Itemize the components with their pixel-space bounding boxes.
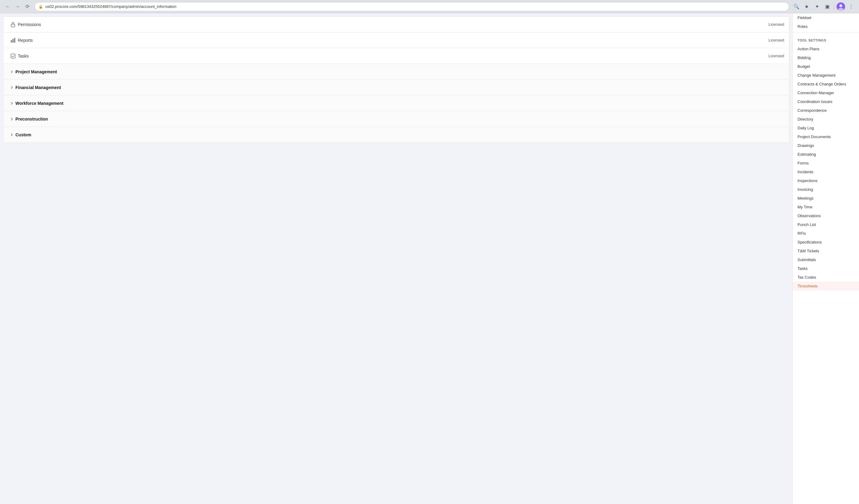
custom-label: Custom [15,132,784,137]
browser-actions: 🔍 ★ ✦ ▣ ⋮ [792,2,855,11]
browser-chrome: ← → ⟳ 🔒 us02.procore.com/598134325524667… [0,0,859,13]
browser-divider [834,4,834,10]
project-management-row[interactable]: Project Management [3,64,789,80]
extension-button[interactable]: ✦ [813,2,821,11]
sidebar-item-change-management[interactable]: Change Management [793,71,859,80]
address-lock-icon: 🔒 [39,4,43,9]
sidebar-item-tasks[interactable]: Tasks [793,264,859,273]
lock-icon [8,21,18,28]
bar-chart-icon [8,37,18,43]
tasks-label: Tasks [18,54,768,59]
sidebar-item-drawings[interactable]: Drawings [793,141,859,150]
reports-label: Reports [18,38,768,43]
preconstruction-row[interactable]: Preconstruction [3,111,789,127]
preconstruction-label: Preconstruction [15,117,784,121]
chevron-right-icon [8,70,15,74]
sidebar-item-rfis[interactable]: RFIs [793,229,859,238]
table-row: Tasks Licensed [3,48,789,64]
bookmark-button[interactable]: ★ [802,2,811,11]
sidebar-divider [793,32,859,32]
table-row: Reports Licensed [3,32,789,48]
search-button[interactable]: 🔍 [792,2,801,11]
sidebar-item-project-documents[interactable]: Project Documents [793,132,859,141]
table-row: Permissions Licensed [3,17,789,32]
extension2-button[interactable]: ▣ [823,2,831,11]
chevron-right-icon [8,102,15,105]
reload-button[interactable]: ⟳ [23,2,31,11]
sidebar-item-specifications[interactable]: Specifications [793,238,859,247]
sidebar-item-inspections[interactable]: Inspections [793,176,859,185]
sidebar-item-coordination-issues[interactable]: Coordination Issues [793,97,859,106]
forward-button[interactable]: → [13,2,22,11]
svg-rect-7 [11,54,15,58]
main-content: Permissions Licensed Reports Licensed [0,13,793,504]
tools-table: Permissions Licensed Reports Licensed [3,16,789,143]
tool-settings-header: TOOL SETTINGS [793,34,859,45]
sidebar-item-bidding[interactable]: Bidding [793,53,859,62]
sidebar-item-observations[interactable]: Observations [793,211,859,220]
sidebar-item-incidents[interactable]: Incidents [793,168,859,176]
sidebar-item-action-plans[interactable]: Action Plans [793,45,859,53]
chevron-right-icon [8,133,15,137]
sidebar-item-fieldset[interactable]: Fieldset [793,13,859,22]
sidebar-item-meetings[interactable]: Meetings [793,194,859,203]
sidebar-item-forms[interactable]: Forms [793,159,859,168]
sidebar-item-directory[interactable]: Directory [793,115,859,124]
sidebar-item-roles[interactable]: Roles [793,22,859,31]
permissions-status: Licensed [768,22,784,27]
svg-rect-6 [14,38,15,42]
sidebar-item-estimating[interactable]: Estimating [793,150,859,159]
project-management-label: Project Management [15,70,784,74]
address-bar[interactable]: 🔒 us02.procore.com/598134325524667/compa… [34,2,789,11]
workforce-management-row[interactable]: Workforce Management [3,95,789,111]
app-container: Permissions Licensed Reports Licensed [0,13,859,504]
svg-rect-5 [13,39,14,42]
sidebar-item-timesheets[interactable]: Timesheets [793,282,859,290]
chevron-right-icon [8,117,15,121]
sidebar-item-contracts-change-orders[interactable]: Contracts & Change Orders [793,80,859,89]
address-url: us02.procore.com/598134325524667/company… [45,4,176,9]
sidebar-item-tm-tickets[interactable]: T&M Tickets [793,247,859,255]
sidebar-item-connection-manager[interactable]: Connection Manager [793,89,859,97]
reports-status: Licensed [768,38,784,42]
svg-point-1 [839,4,842,7]
tasks-status: Licensed [768,54,784,58]
sidebar-item-punch-list[interactable]: Punch List [793,220,859,229]
sidebar-item-invoicing[interactable]: Invoicing [793,185,859,194]
svg-rect-3 [11,24,15,27]
sidebar-item-submittals[interactable]: Submittals [793,255,859,264]
financial-management-label: Financial Management [15,85,784,90]
svg-rect-4 [11,40,12,42]
back-button[interactable]: ← [4,2,12,11]
avatar[interactable] [837,2,845,11]
workforce-management-label: Workforce Management [15,101,784,106]
browser-nav-buttons: ← → ⟳ [4,2,31,11]
sidebar-item-my-time[interactable]: My Time [793,203,859,211]
right-sidebar: Fieldset Roles TOOL SETTINGS Action Plan… [793,13,859,504]
checkbox-icon [8,53,18,59]
custom-row[interactable]: Custom [3,127,789,143]
sidebar-item-daily-log[interactable]: Daily Log [793,124,859,132]
sidebar-item-budget[interactable]: Budget [793,62,859,71]
sidebar-item-correspondence[interactable]: Correspondence [793,106,859,115]
avatar-image [837,2,845,11]
sidebar-item-tax-codes[interactable]: Tax Codes [793,273,859,282]
financial-management-row[interactable]: Financial Management [3,80,789,95]
chevron-right-icon [8,86,15,89]
permissions-label: Permissions [18,22,768,27]
menu-button[interactable]: ⋮ [847,2,855,11]
